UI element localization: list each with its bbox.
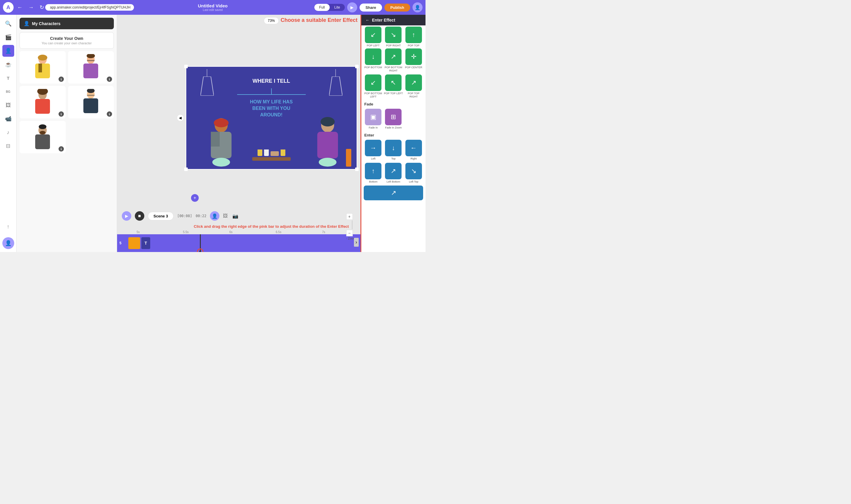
ruler-6s: 6s <box>229 230 276 234</box>
enter-bottom-icon: ↑ <box>365 163 381 179</box>
create-own-button[interactable]: Create Your Own You can create your own … <box>19 32 114 49</box>
effect-enter-right[interactable]: ← Right <box>404 140 423 160</box>
lamp-right <box>329 69 343 97</box>
panel-title-icon: 👤 <box>24 21 30 26</box>
browser-nav: ← → ↻ <box>16 3 45 12</box>
effect-enter-top[interactable]: ↓ Top <box>384 140 403 160</box>
sidebar-item-background[interactable]: BG <box>2 86 14 97</box>
info-badge-5[interactable]: ℹ <box>58 146 64 151</box>
timeline-icons: 🖼 📷 <box>223 213 238 219</box>
pop-effects-bot: ↙ POP BOTTOM LEFT ↖ POP TOP LEFT ↗ POP T… <box>361 73 426 100</box>
sidebar-user-icon[interactable]: 👤 <box>2 237 14 249</box>
mode-full-button[interactable]: Full <box>314 4 329 11</box>
app-logo: A <box>3 2 14 13</box>
sidebar-item-transitions[interactable]: ⊟ <box>2 140 14 152</box>
effect-enter-left-top[interactable]: ↘ Left Top <box>404 163 423 183</box>
fade-in-icon: ▣ <box>365 109 381 125</box>
effect-pop-bottom-left[interactable]: ↙ POP BOTTOM LEFT <box>364 74 383 98</box>
character-card-4[interactable]: ℹ <box>68 86 114 119</box>
user-avatar[interactable]: 👤 <box>413 2 422 13</box>
timeline-play-button[interactable]: ▶ <box>122 211 131 221</box>
sidebar-item-scenes[interactable]: 🎬 <box>2 31 14 43</box>
track-text-block[interactable]: T <box>141 237 150 249</box>
zoom-in-button[interactable]: + <box>346 213 353 220</box>
sidebar-item-upload[interactable]: ↑ <box>2 221 14 233</box>
character-card-2[interactable]: ℹ <box>68 51 114 84</box>
character-card-3[interactable]: ℹ <box>19 86 66 119</box>
scene-number: 5 <box>119 241 128 245</box>
orange-duration-bar[interactable] <box>346 149 351 167</box>
preview-play-button[interactable]: ▶ <box>347 2 357 13</box>
scene-label: Scene 3 <box>148 212 174 220</box>
sidebar-item-characters[interactable]: 👤 <box>2 45 14 57</box>
back-arrow-button[interactable]: ← <box>365 18 370 22</box>
effect-fade-in-zoom[interactable]: ⊞ Fade In Zoom <box>384 109 403 129</box>
timeline-icon-2[interactable]: 📷 <box>232 213 238 219</box>
effect-pop-center[interactable]: ✛ POP CENTER <box>404 49 423 72</box>
effect-fade-in[interactable]: ▣ Fade In <box>364 109 383 129</box>
info-badge-3[interactable]: ℹ <box>58 111 64 117</box>
svg-rect-14 <box>87 95 94 96</box>
zoom-display[interactable]: 73% <box>264 17 279 24</box>
pop-left-icon: ↙ <box>365 26 381 43</box>
forward-button[interactable]: → <box>27 3 35 12</box>
person-right[interactable] <box>310 110 345 167</box>
enter-left-bottom-icon: ↗ <box>385 163 402 179</box>
canvas-container: ◀ WHERE I TELL HOW MY LIFE HASBEEN WITH … <box>186 66 357 169</box>
pop-top-icon: ↑ <box>405 26 422 43</box>
sidebar-item-images[interactable]: 🖼 <box>2 99 14 111</box>
zoom-out-button[interactable]: − <box>346 230 353 236</box>
effect-enter-left[interactable]: → Left <box>364 140 383 160</box>
mode-toggle: Full Lite <box>314 4 345 11</box>
character-figure-2 <box>81 54 101 80</box>
effect-enter-more-1[interactable]: ↗ <box>364 185 423 201</box>
enter-left-top-icon: ↘ <box>405 163 422 179</box>
mode-lite-button[interactable]: Lite <box>330 4 345 11</box>
right-panel-title: Enter Effect <box>372 18 395 22</box>
effect-enter-bottom[interactable]: ↑ Bottom <box>364 163 383 183</box>
info-badge-4[interactable]: ℹ <box>107 111 112 117</box>
fade-effects: ▣ Fade In ⊞ Fade In Zoom <box>361 108 426 130</box>
effect-pop-bottom-right[interactable]: ↗ POP BOTTOM RIGHT <box>384 49 403 72</box>
effect-pop-right[interactable]: ↘ POP RIGHT <box>384 26 403 47</box>
effect-pop-top-right[interactable]: ↗ POP TOP RIGHT <box>404 74 423 98</box>
effect-pop-bottom[interactable]: ↓ POP BOTTOM <box>364 49 383 72</box>
enter-section-label: Enter <box>361 130 426 139</box>
track-thumbnail[interactable] <box>128 237 140 249</box>
svg-rect-1 <box>35 64 50 78</box>
character-card-5[interactable]: ℹ <box>19 121 66 153</box>
url-bar[interactable]: app.animaker.com/editproject/Ejr4fFSgNQP… <box>45 4 134 11</box>
svg-point-29 <box>319 158 336 167</box>
lamp-left <box>201 69 214 97</box>
canvas-nav-left[interactable]: ◀ <box>177 114 184 122</box>
pop-center-icon: ✛ <box>405 49 422 65</box>
timeline-stop-button[interactable]: ⏹ <box>135 211 144 221</box>
back-button[interactable]: ← <box>16 3 24 12</box>
refresh-button[interactable]: ↻ <box>38 3 45 12</box>
person-left[interactable] <box>204 110 239 167</box>
effect-pop-left[interactable]: ↙ POP LEFT <box>364 26 383 47</box>
effect-pop-top-left[interactable]: ↖ POP TOP LEFT <box>384 74 403 98</box>
timeline-scroll-right[interactable]: › <box>354 238 359 247</box>
publish-button[interactable]: Publish <box>384 3 410 12</box>
share-button[interactable]: Share <box>360 3 382 12</box>
enter-top-icon: ↓ <box>385 140 402 156</box>
last-saved: Last edit saved <box>198 8 228 12</box>
effect-pop-top[interactable]: ↑ POP TOP <box>404 26 423 47</box>
timeline-cursor-circle[interactable] <box>197 249 204 252</box>
sidebar-item-music[interactable]: ♪ <box>2 126 14 138</box>
character-card-1[interactable]: ℹ <box>19 51 66 84</box>
timeline-user-icon: 👤 <box>210 211 220 221</box>
effect-enter-left-bottom[interactable]: ↗ Left Bottom <box>384 163 403 183</box>
info-badge-2[interactable]: ℹ <box>107 76 112 82</box>
sidebar-item-text[interactable]: T <box>2 72 14 84</box>
timeline-icon-1[interactable]: 🖼 <box>223 213 228 219</box>
character-figure-5 <box>32 124 53 150</box>
sidebar-item-video[interactable]: 📹 <box>2 113 14 125</box>
add-scene-button[interactable]: + <box>191 194 199 202</box>
sidebar-item-objects[interactable]: ☕ <box>2 58 14 70</box>
sidebar-item-search[interactable]: 🔍 <box>2 18 14 30</box>
zoom-controls: + − - Zoom + <box>346 213 358 240</box>
info-badge-1[interactable]: ℹ <box>58 76 64 82</box>
right-panel: ← Enter Effect ↙ POP LEFT ↘ POP RIGHT ↑ … <box>361 15 426 252</box>
